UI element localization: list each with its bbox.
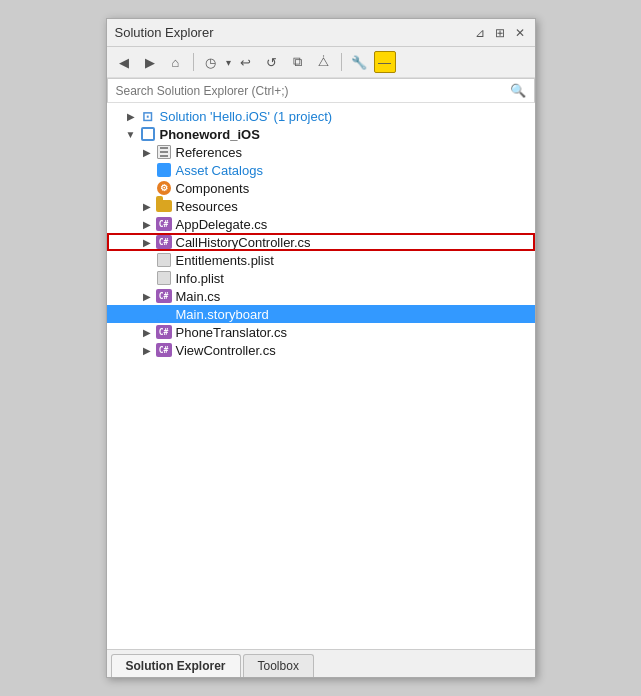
tab-solution-explorer[interactable]: Solution Explorer xyxy=(111,654,241,677)
phone-translator-label: PhoneTranslator.cs xyxy=(176,325,288,340)
main-cs-label: Main.cs xyxy=(176,289,221,304)
properties-button[interactable]: 🔧 xyxy=(348,51,370,73)
viewcontroller-label: ViewController.cs xyxy=(176,343,276,358)
callhistory-label: CallHistoryController.cs xyxy=(176,235,311,250)
file-tree: ▶ ⊡ Solution 'Hello.iOS' (1 project) ▼ P… xyxy=(107,103,535,649)
toolbar-separator-2 xyxy=(341,53,342,71)
pin-icon[interactable]: ⊿ xyxy=(473,26,487,40)
expand-solution[interactable]: ▶ xyxy=(123,111,139,122)
tree-item-callhistory[interactable]: ▶ C# CallHistoryController.cs xyxy=(107,233,535,251)
expand-main-cs[interactable]: ▶ xyxy=(139,291,155,302)
float-icon[interactable]: ⊞ xyxy=(493,26,507,40)
tree-item-appdelegate[interactable]: ▶ C# AppDelegate.cs xyxy=(107,215,535,233)
solution-label: Solution 'Hello.iOS' (1 project) xyxy=(160,109,333,124)
search-icon: 🔍 xyxy=(510,83,526,98)
info-plist-icon xyxy=(155,270,173,286)
expand-references[interactable]: ▶ xyxy=(139,147,155,158)
tree-item-resources[interactable]: ▶ Resources xyxy=(107,197,535,215)
tree-item-project[interactable]: ▼ Phoneword_iOS xyxy=(107,125,535,143)
search-bar: 🔍 xyxy=(107,78,535,103)
appdelegate-label: AppDelegate.cs xyxy=(176,217,268,232)
project-icon xyxy=(139,126,157,142)
viewcontroller-icon: C# xyxy=(155,342,173,358)
expand-project[interactable]: ▼ xyxy=(123,129,139,140)
expand-appdelegate[interactable]: ▶ xyxy=(139,219,155,230)
main-cs-icon: C# xyxy=(155,288,173,304)
tree-item-solution[interactable]: ▶ ⊡ Solution 'Hello.iOS' (1 project) xyxy=(107,107,535,125)
refresh-button[interactable]: ↺ xyxy=(261,51,283,73)
components-label: Components xyxy=(176,181,250,196)
references-icon xyxy=(155,144,173,160)
resources-label: Resources xyxy=(176,199,238,214)
solution-explorer-window: Solution Explorer ⊿ ⊞ ✕ ◀ ▶ ⌂ ◷ ▾ ↩ ↺ ⧉ … xyxy=(106,18,536,678)
entitlements-icon xyxy=(155,252,173,268)
tab-toolbox[interactable]: Toolbox xyxy=(243,654,314,677)
resources-icon xyxy=(155,198,173,214)
undo-button[interactable]: ↩ xyxy=(235,51,257,73)
components-icon: ⚙ xyxy=(155,180,173,196)
history-button[interactable]: ◷ xyxy=(200,51,222,73)
forward-button[interactable]: ▶ xyxy=(139,51,161,73)
bottom-tabs: Solution Explorer Toolbox xyxy=(107,649,535,677)
back-button[interactable]: ◀ xyxy=(113,51,135,73)
tree-item-main-storyboard[interactable]: ▶ Main.storyboard xyxy=(107,305,535,323)
window-title: Solution Explorer xyxy=(115,25,214,40)
expand-phone-translator[interactable]: ▶ xyxy=(139,327,155,338)
tree-item-references[interactable]: ▶ References xyxy=(107,143,535,161)
phone-translator-icon: C# xyxy=(155,324,173,340)
tree-item-asset-catalogs[interactable]: ▶ Asset Catalogs xyxy=(107,161,535,179)
collapse-button[interactable]: ⧊ xyxy=(313,51,335,73)
asset-catalogs-icon xyxy=(155,162,173,178)
info-plist-label: Info.plist xyxy=(176,271,224,286)
history-dropdown[interactable]: ▾ xyxy=(226,57,231,68)
tree-item-entitlements[interactable]: ▶ Entitlements.plist xyxy=(107,251,535,269)
show-all-button[interactable]: ⧉ xyxy=(287,51,309,73)
asset-catalogs-label: Asset Catalogs xyxy=(176,163,263,178)
toolbar-separator-1 xyxy=(193,53,194,71)
tree-item-phone-translator[interactable]: ▶ C# PhoneTranslator.cs xyxy=(107,323,535,341)
tree-item-components[interactable]: ▶ ⚙ Components xyxy=(107,179,535,197)
project-label: Phoneword_iOS xyxy=(160,127,260,142)
toolbar: ◀ ▶ ⌂ ◷ ▾ ↩ ↺ ⧉ ⧊ 🔧 — xyxy=(107,47,535,78)
expand-callhistory[interactable]: ▶ xyxy=(139,237,155,248)
close-icon[interactable]: ✕ xyxy=(513,26,527,40)
solution-icon: ⊡ xyxy=(139,108,157,124)
title-bar-controls: ⊿ ⊞ ✕ xyxy=(473,26,527,40)
appdelegate-icon: C# xyxy=(155,216,173,232)
home-button[interactable]: ⌂ xyxy=(165,51,187,73)
search-input[interactable] xyxy=(116,84,510,98)
entitlements-label: Entitlements.plist xyxy=(176,253,274,268)
references-label: References xyxy=(176,145,242,160)
main-storyboard-label: Main.storyboard xyxy=(176,307,269,322)
expand-viewcontroller[interactable]: ▶ xyxy=(139,345,155,356)
callhistory-icon: C# xyxy=(155,234,173,250)
tree-item-main-cs[interactable]: ▶ C# Main.cs xyxy=(107,287,535,305)
minus-button[interactable]: — xyxy=(374,51,396,73)
tree-item-viewcontroller[interactable]: ▶ C# ViewController.cs xyxy=(107,341,535,359)
title-bar: Solution Explorer ⊿ ⊞ ✕ xyxy=(107,19,535,47)
tree-item-info-plist[interactable]: ▶ Info.plist xyxy=(107,269,535,287)
expand-resources[interactable]: ▶ xyxy=(139,201,155,212)
main-storyboard-icon xyxy=(155,306,173,322)
